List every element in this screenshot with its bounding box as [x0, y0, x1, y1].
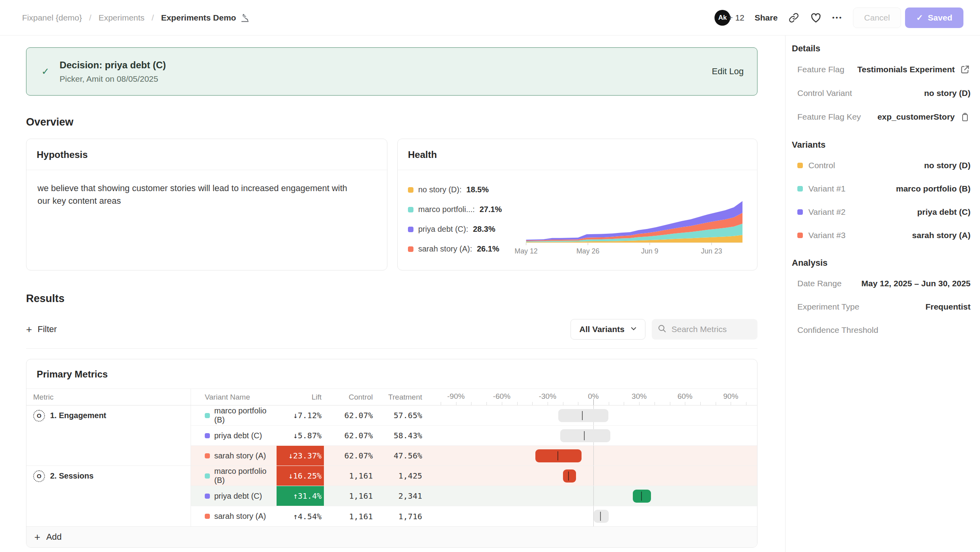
control-cell: 62.07%: [324, 426, 374, 446]
confidence-interval-cell: [424, 466, 757, 486]
hypothesis-text: we believe that showing customer stories…: [26, 170, 366, 219]
edit-log-button[interactable]: Edit Log: [712, 66, 744, 77]
add-metric-button[interactable]: + Add: [26, 526, 757, 547]
lift-point-marker: [641, 492, 642, 501]
axis-minor-tick: [517, 402, 518, 405]
hypothesis-card: Hypothesis we believe that showing custo…: [26, 139, 387, 270]
axis-minor-tick: [746, 402, 746, 405]
variant-row-value-text: no story (D): [924, 161, 971, 170]
confidence-interval-bar: [560, 429, 610, 442]
analysis-row-label-wrap: Date Range: [797, 279, 842, 288]
variant-swatch: [797, 209, 803, 215]
analysis-row-label: Date Range: [797, 279, 842, 288]
health-legend-item: priya debt (C): 28.3%: [408, 225, 511, 234]
copy-link-icon[interactable]: [788, 12, 800, 24]
detail-row-label: Feature Flag Key: [797, 112, 861, 122]
external-link-icon[interactable]: [959, 64, 971, 75]
filter-label: Filter: [37, 324, 57, 334]
axis-minor-tick: [639, 402, 640, 405]
detail-row-value: exp_customerStory: [877, 111, 971, 122]
saved-label: Saved: [928, 13, 952, 23]
variant-row-value-text: priya debt (C): [917, 207, 971, 217]
variant-cell: marco portfolio (B): [191, 406, 277, 426]
confidence-interval-bar: [594, 510, 609, 523]
axis-minor-tick: [670, 402, 670, 405]
favorite-heart-icon[interactable]: [810, 12, 822, 24]
axis-tick-label: -90%: [447, 392, 465, 400]
variants-dropdown[interactable]: All Variants: [570, 319, 645, 340]
variant-swatch: [797, 186, 803, 192]
svg-text:Jun 9: Jun 9: [641, 247, 658, 255]
variant-row: Variant #3sarah story (A): [792, 230, 971, 240]
collaborators-count[interactable]: + 12: [728, 13, 744, 23]
variant-name: marco portfolio (B): [214, 406, 277, 424]
variant-cell: sarah story (A): [191, 506, 277, 526]
variant-color-dot: [205, 453, 210, 458]
control-value: 1,161: [349, 512, 373, 521]
lift-value: ↓16.25%: [288, 471, 322, 481]
metric-name: 1. Engagement: [50, 411, 106, 420]
lift-cell: ↑4.54%: [277, 506, 324, 526]
variant-name: priya debt (C): [214, 492, 262, 501]
search-icon: [657, 324, 667, 335]
detail-row-value: Testimonials Experiment: [857, 64, 971, 75]
lift-value: ↓7.12%: [293, 411, 322, 420]
confidence-interval-bar: [558, 409, 608, 422]
axis-minor-tick: [731, 402, 731, 405]
variant-color-dot: [205, 473, 210, 479]
breadcrumb-workspace[interactable]: Fixpanel {demo}: [22, 13, 82, 23]
treatment-cell: 1,716: [374, 506, 424, 526]
variant-cell: marco portfolio (B): [191, 466, 277, 486]
lift-point-marker: [582, 411, 583, 420]
breadcrumb-experiments[interactable]: Experiments: [99, 13, 145, 23]
analysis-row-value-text: May 12, 2025 – Jun 30, 2025: [861, 279, 971, 288]
confidence-interval-cell: [424, 446, 757, 466]
search-metrics-box[interactable]: [652, 319, 757, 340]
hypothesis-card-title: Hypothesis: [26, 139, 387, 170]
metric-cell: [26, 486, 191, 506]
metric-cell: [26, 506, 191, 526]
lift-cell: ↓23.37%: [277, 446, 324, 466]
metric-table-row: sarah story (A)↑4.54%1,1611,716: [26, 506, 757, 526]
confidence-interval-cell: [424, 486, 757, 506]
metric-table-row: O2. Sessionsmarco portfolio (B)↓16.25%1,…: [26, 466, 757, 486]
decision-subtitle: Picker, Amit on 08/05/2025: [60, 74, 712, 84]
more-options-button[interactable]: •••: [832, 14, 843, 22]
legend-label: marco portfoli...:: [418, 205, 475, 214]
metric-cell: [26, 446, 191, 466]
health-card: Health no story (D): 18.5%marco portfoli…: [397, 139, 757, 270]
copy-icon[interactable]: [959, 111, 971, 122]
check-icon: ✓: [916, 13, 923, 23]
detail-row-label-wrap: Feature Flag Key: [797, 112, 861, 122]
variant-name: marco portfolio (B): [214, 467, 277, 485]
detail-row-label: Control Variant: [797, 88, 852, 98]
add-filter-button[interactable]: + Filter: [26, 324, 57, 334]
axis-tick-label: 30%: [632, 392, 647, 400]
variant-cell: priya debt (C): [191, 486, 277, 506]
search-metrics-input[interactable]: [671, 325, 750, 334]
lift-point-marker: [600, 512, 601, 521]
saved-button[interactable]: ✓ Saved: [905, 8, 963, 28]
breadcrumb-separator: /: [89, 13, 92, 23]
legend-swatch-0: [408, 187, 413, 193]
axis-minor-tick: [548, 402, 548, 405]
treatment-cell: 47.56%: [374, 446, 424, 466]
cancel-button[interactable]: Cancel: [853, 8, 901, 28]
control-value: 62.07%: [344, 411, 373, 420]
decision-banner: ✓ Decision: priya debt (C) Picker, Amit …: [26, 47, 757, 96]
decision-check-icon: ✓: [41, 66, 49, 77]
variant-row-label-wrap: Variant #2: [797, 207, 845, 217]
treatment-value: 57.65%: [394, 411, 422, 420]
control-cell: 1,161: [324, 486, 374, 506]
detail-row: Feature Flag Keyexp_customerStory: [792, 111, 971, 122]
share-button[interactable]: Share: [755, 13, 778, 23]
variant-row-label: Variant #1: [808, 184, 845, 193]
details-section: Details Feature FlagTestimonials Experim…: [792, 43, 971, 122]
svg-text:May 12: May 12: [514, 247, 537, 255]
health-legend-item: marco portfoli...: 27.1%: [408, 205, 511, 214]
variants-heading: Variants: [792, 140, 971, 150]
variant-row-label-wrap: Variant #3: [797, 231, 845, 240]
axis-minor-tick: [578, 402, 578, 405]
treatment-cell: 58.43%: [374, 426, 424, 446]
main-content: ✓ Decision: priya debt (C) Picker, Amit …: [0, 36, 785, 552]
